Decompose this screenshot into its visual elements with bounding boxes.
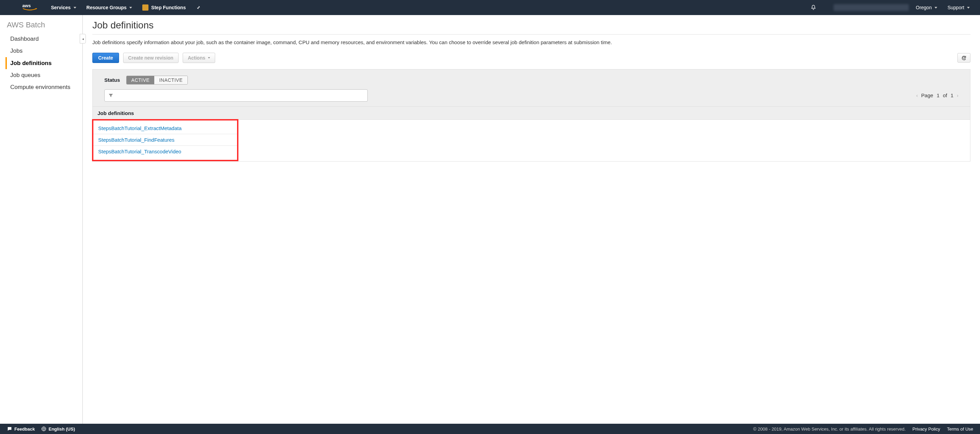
filter-input[interactable] bbox=[104, 89, 368, 102]
refresh-icon bbox=[961, 55, 967, 61]
toolbar: Create Create new revision Actions bbox=[92, 53, 970, 63]
sidebar-item-dashboard[interactable]: Dashboard bbox=[7, 33, 83, 45]
nav-resource-groups-label: Resource Groups bbox=[86, 5, 127, 10]
content: Job definitions Job definitions specify … bbox=[83, 15, 980, 424]
sidebar-item-compute-environments[interactable]: Compute environments bbox=[7, 81, 83, 93]
actions-button[interactable]: Actions bbox=[183, 53, 215, 63]
pager-total: 1 bbox=[951, 93, 953, 98]
globe-icon bbox=[41, 426, 46, 432]
pager: ‹ Page 1 of 1 › bbox=[916, 93, 958, 98]
footer-language-label: English (US) bbox=[49, 426, 75, 432]
chat-icon bbox=[7, 426, 12, 432]
footer-feedback-label: Feedback bbox=[14, 426, 35, 432]
pager-prev[interactable]: ‹ bbox=[916, 93, 918, 98]
nav-support-label: Support bbox=[948, 5, 964, 10]
step-functions-icon bbox=[142, 5, 148, 11]
nav-pin[interactable] bbox=[196, 5, 201, 10]
table-row[interactable]: StepsBatchTutorial_ExtractMetadata bbox=[93, 120, 237, 134]
nav-services-label: Services bbox=[51, 5, 71, 10]
nav-support[interactable]: Support bbox=[948, 5, 970, 10]
nav-account-blurred[interactable] bbox=[834, 4, 909, 11]
filter-icon bbox=[108, 93, 114, 98]
create-new-revision-label: Create new revision bbox=[128, 55, 173, 61]
nav-notifications[interactable] bbox=[810, 5, 816, 11]
top-nav: aws Services Resource Groups Step Functi… bbox=[0, 0, 980, 15]
caret-down-icon bbox=[934, 7, 937, 8]
nav-region[interactable]: Oregon bbox=[916, 5, 937, 10]
status-toggle: ACTIVE INACTIVE bbox=[126, 76, 188, 85]
sidebar: AWS Batch Dashboard Jobs Job definitions… bbox=[0, 15, 83, 424]
pin-icon bbox=[196, 5, 201, 10]
bell-icon bbox=[810, 5, 816, 11]
footer-language[interactable]: English (US) bbox=[41, 426, 75, 432]
footer-feedback[interactable]: Feedback bbox=[7, 426, 35, 432]
page-description: Job definitions specify information abou… bbox=[92, 39, 970, 46]
definitions-panel: Status ACTIVE INACTIVE ‹ Page 1 of bbox=[92, 69, 970, 161]
create-button[interactable]: Create bbox=[92, 53, 119, 63]
pager-prefix: Page bbox=[921, 93, 933, 98]
caret-down-icon bbox=[208, 57, 210, 59]
nav-services[interactable]: Services bbox=[51, 5, 76, 10]
sidebar-item-job-definitions[interactable]: Job definitions bbox=[5, 57, 83, 69]
sidebar-item-job-queues[interactable]: Job queues bbox=[7, 69, 83, 81]
refresh-button[interactable] bbox=[958, 53, 970, 63]
nav-step-functions[interactable]: Step Functions bbox=[142, 5, 186, 11]
svg-text:aws: aws bbox=[22, 3, 31, 8]
pager-next[interactable]: › bbox=[957, 93, 958, 98]
sidebar-title: AWS Batch bbox=[7, 21, 83, 29]
sidebar-collapse-handle[interactable]: ◂ bbox=[80, 34, 86, 43]
status-label: Status bbox=[104, 77, 120, 83]
table-row[interactable]: StepsBatchTutorial_TranscodeVideo bbox=[93, 146, 237, 160]
status-toggle-active[interactable]: ACTIVE bbox=[127, 76, 154, 84]
caret-down-icon bbox=[129, 7, 132, 8]
pager-of: of bbox=[943, 93, 947, 98]
sidebar-item-jobs[interactable]: Jobs bbox=[7, 45, 83, 57]
footer-privacy[interactable]: Privacy Policy bbox=[913, 426, 940, 432]
aws-logo[interactable]: aws bbox=[22, 3, 37, 12]
page-title: Job definitions bbox=[92, 20, 970, 31]
table-header: Job definitions bbox=[93, 107, 970, 120]
table-row[interactable]: StepsBatchTutorial_FindFeatures bbox=[93, 134, 237, 146]
create-new-revision-button[interactable]: Create new revision bbox=[123, 53, 178, 63]
nav-region-label: Oregon bbox=[916, 5, 932, 10]
footer-copyright: © 2008 - 2019, Amazon Web Services, Inc.… bbox=[753, 426, 906, 432]
nav-step-functions-label: Step Functions bbox=[151, 5, 186, 10]
caret-down-icon bbox=[73, 7, 76, 8]
status-toggle-inactive[interactable]: INACTIVE bbox=[154, 76, 188, 84]
footer-terms[interactable]: Terms of Use bbox=[947, 426, 973, 432]
actions-label: Actions bbox=[188, 55, 205, 61]
pager-page: 1 bbox=[937, 93, 939, 98]
caret-down-icon bbox=[967, 7, 970, 8]
footer: Feedback English (US) © 2008 - 2019, Ama… bbox=[0, 424, 980, 434]
nav-resource-groups[interactable]: Resource Groups bbox=[86, 5, 132, 10]
highlight-annotation: StepsBatchTutorial_ExtractMetadata Steps… bbox=[92, 119, 239, 161]
